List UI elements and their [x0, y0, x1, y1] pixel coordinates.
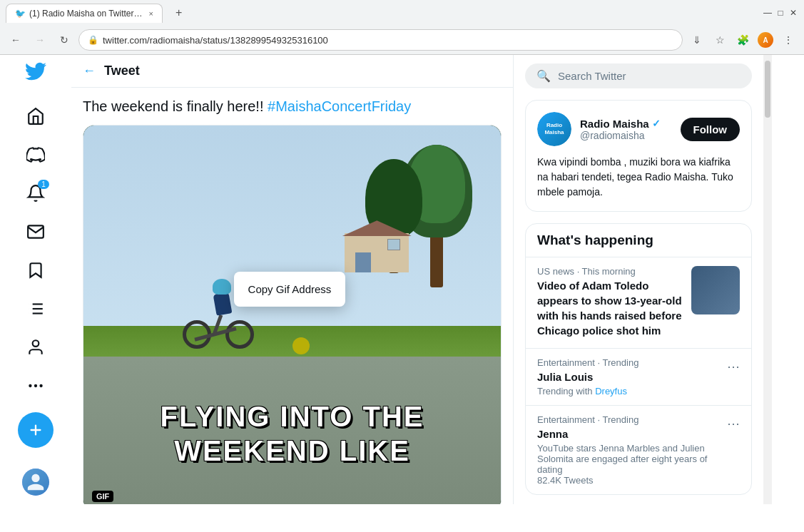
- whats-happening-title: What's happening: [526, 224, 751, 257]
- compose-button[interactable]: [18, 412, 54, 448]
- context-menu: Copy Gif Address: [234, 272, 346, 307]
- profile-name: Radio Maisha ✓: [580, 118, 672, 130]
- tab-favicon: 🐦: [15, 9, 25, 19]
- verified-badge: ✓: [652, 118, 661, 129]
- chrome-menu-icon[interactable]: ⋮: [778, 30, 798, 50]
- right-sidebar: 🔍 RadioMaisha Radio Maisha ✓ @radiomaish…: [514, 55, 763, 504]
- lock-icon: 🔒: [88, 35, 98, 45]
- new-tab-button[interactable]: +: [168, 2, 189, 24]
- address-bar[interactable]: 🔒 twitter.com/radiomaisha/status/1382899…: [78, 29, 683, 51]
- main-content: ← Tweet The weekend is finally here!! #M…: [71, 55, 514, 504]
- follow-button[interactable]: Follow: [681, 118, 741, 141]
- mouse-cursor: [292, 337, 310, 354]
- svg-point-9: [29, 385, 31, 387]
- profile-header: RadioMaisha Radio Maisha ✓ @radiomaisha …: [537, 112, 740, 146]
- trend-title-2: Julia Louis: [537, 369, 718, 384]
- svg-point-8: [41, 385, 42, 387]
- trend-extra-3: 82.4K Tweets: [537, 475, 718, 486]
- tweet-header: ← Tweet: [71, 55, 513, 88]
- trend-category-2: Entertainment · Trending: [537, 357, 718, 368]
- close-button[interactable]: ✕: [788, 8, 798, 18]
- trend-title-1: Video of Adam Toledo appears to show 13-…: [537, 278, 683, 338]
- copy-gif-address-item[interactable]: Copy Gif Address: [234, 275, 346, 304]
- browser-nav-icons: ⇓ ☆ 🧩 A ⋮: [687, 30, 798, 50]
- sidebar-item-explore[interactable]: [18, 137, 54, 173]
- search-box[interactable]: 🔍: [525, 63, 752, 88]
- gif-container: FLYING INTO THE WEEKEND LIKE Copy Gif Ad…: [83, 125, 502, 504]
- sidebar-item-profile[interactable]: [18, 329, 54, 365]
- trend-image-1: [691, 266, 740, 314]
- trend-item-3[interactable]: Entertainment · Trending Jenna YouTube s…: [526, 405, 751, 494]
- svg-point-6: [33, 340, 39, 347]
- profile-avatar-icon[interactable]: A: [755, 30, 775, 50]
- nav-bar: ← → ↻ 🔒 twitter.com/radiomaisha/status/1…: [0, 26, 804, 54]
- trend-content-2: Entertainment · Trending Julia Louis Tre…: [537, 357, 718, 397]
- tweet-text: The weekend is finally here!! #MaishaCon…: [83, 96, 502, 116]
- gif-overlay-text: FLYING INTO THE WEEKEND LIKE: [83, 399, 501, 468]
- browser-chrome: 🐦 (1) Radio Maisha on Twitter: "The... ×…: [0, 0, 804, 55]
- sidebar-item-bookmarks[interactable]: [18, 252, 54, 288]
- search-input[interactable]: [558, 70, 741, 82]
- tab-close-button[interactable]: ×: [149, 9, 153, 18]
- maximize-button[interactable]: □: [775, 8, 785, 18]
- sidebar-item-home[interactable]: [18, 98, 54, 134]
- window-controls: — □ ✕: [763, 8, 798, 18]
- download-icon[interactable]: ⇓: [687, 30, 707, 50]
- scrollbar-thumb[interactable]: [765, 61, 770, 118]
- bookmark-star-icon[interactable]: ☆: [710, 30, 730, 50]
- trend-content-1: US news · This morning Video of Adam Tol…: [537, 266, 683, 339]
- whats-happening-section: What's happening US news · This morning …: [525, 223, 752, 495]
- title-bar: 🐦 (1) Radio Maisha on Twitter: "The... ×…: [0, 0, 804, 26]
- address-text: twitter.com/radiomaisha/status/138289954…: [103, 35, 673, 46]
- tweet-page-title: Tweet: [104, 63, 140, 78]
- trend-more-2[interactable]: ⋯: [727, 359, 740, 374]
- sidebar: 1: [0, 55, 71, 504]
- trend-content-3: Entertainment · Trending Jenna YouTube s…: [537, 414, 718, 486]
- trend-subtitle-3: YouTube stars Jenna Marbles and Julien S…: [537, 443, 718, 475]
- minimize-button[interactable]: —: [763, 8, 773, 18]
- sidebar-item-more[interactable]: [18, 368, 54, 404]
- notifications-badge: 1: [38, 180, 49, 189]
- extensions-icon[interactable]: 🧩: [733, 30, 753, 50]
- trend-title-3: Jenna: [537, 426, 718, 441]
- trend-more-3[interactable]: ⋯: [727, 416, 740, 431]
- gif-image: FLYING INTO THE WEEKEND LIKE Copy Gif Ad…: [83, 126, 501, 504]
- trend-item-1[interactable]: US news · This morning Video of Adam Tol…: [526, 257, 751, 348]
- scrollbar[interactable]: [763, 55, 772, 504]
- tab-title: (1) Radio Maisha on Twitter: "The...: [29, 9, 145, 19]
- page-content: 1 ← Tweet: [0, 55, 804, 504]
- sidebar-item-messages[interactable]: [18, 214, 54, 250]
- trend-subtitle-2: Trending with Dreyfus: [537, 386, 718, 397]
- forward-button[interactable]: →: [30, 30, 50, 50]
- back-button[interactable]: ←: [6, 30, 26, 50]
- trend-item-2[interactable]: Entertainment · Trending Julia Louis Tre…: [526, 348, 751, 405]
- gif-badge: GIF: [92, 491, 113, 502]
- gif-text-line2: WEEKEND LIKE: [83, 434, 501, 468]
- user-avatar[interactable]: [22, 469, 49, 496]
- tweet-body: The weekend is finally here!! #MaishaCon…: [71, 88, 513, 504]
- profile-card: RadioMaisha Radio Maisha ✓ @radiomaisha …: [525, 100, 752, 212]
- cursor-circle: [292, 337, 310, 354]
- refresh-button[interactable]: ↻: [54, 30, 74, 50]
- profile-bio: Kwa vipindi bomba , muziki bora wa kiafr…: [537, 155, 740, 200]
- active-tab[interactable]: 🐦 (1) Radio Maisha on Twitter: "The... ×: [6, 4, 163, 23]
- trend-category-3: Entertainment · Trending: [537, 414, 718, 425]
- trend-category-1: US news · This morning: [537, 266, 683, 277]
- profile-avatar: RadioMaisha: [537, 112, 571, 146]
- twitter-logo[interactable]: [25, 61, 46, 87]
- svg-point-7: [35, 385, 36, 387]
- sidebar-item-notifications[interactable]: 1: [18, 175, 54, 211]
- gif-text-line1: FLYING INTO THE: [83, 399, 501, 434]
- tweet-text-before-hashtag: The weekend is finally here!!: [83, 98, 268, 114]
- search-icon: 🔍: [536, 69, 551, 83]
- sidebar-item-lists[interactable]: [18, 291, 54, 327]
- tweet-hashtag[interactable]: #MaishaConcertFriday: [268, 98, 411, 114]
- profile-info: Radio Maisha ✓ @radiomaisha: [580, 118, 672, 141]
- back-button[interactable]: ←: [83, 63, 96, 78]
- profile-handle: @radiomaisha: [580, 130, 672, 141]
- scene-house: [345, 233, 409, 272]
